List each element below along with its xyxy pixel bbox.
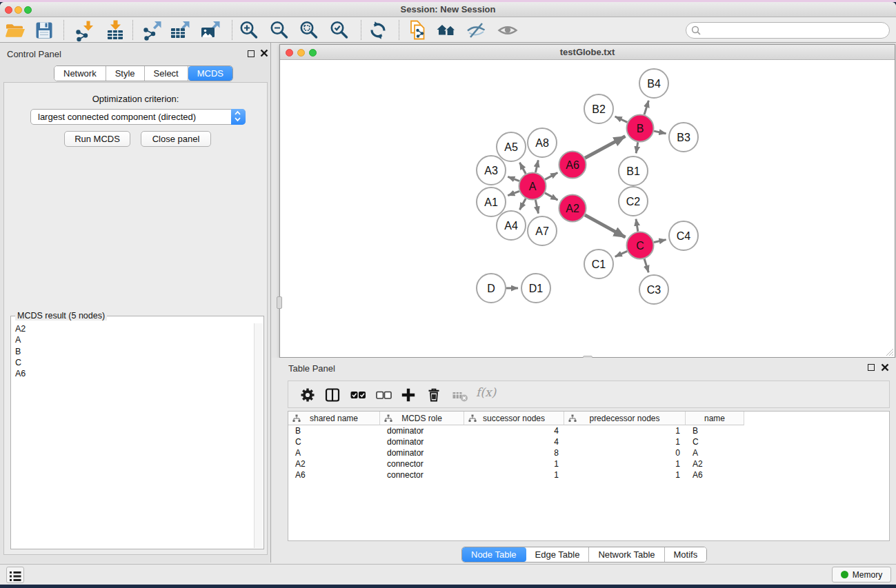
resize-grip-icon[interactable] <box>884 347 894 356</box>
maximize-network-button[interactable] <box>309 49 317 57</box>
table-cell[interactable]: C <box>288 436 380 447</box>
table-cell[interactable]: A <box>686 447 744 458</box>
column-header[interactable]: shared name <box>288 412 380 425</box>
result-item[interactable]: B <box>15 346 253 357</box>
export-image-icon[interactable] <box>199 19 222 42</box>
column-header[interactable]: name <box>686 412 744 425</box>
result-item[interactable]: C <box>15 357 253 368</box>
minimize-window-button[interactable] <box>14 6 22 14</box>
zoom-fit-icon[interactable] <box>297 19 321 42</box>
new-network-icon[interactable] <box>406 19 429 42</box>
zoom-out-icon[interactable] <box>268 19 291 42</box>
graph-edge-A-A6[interactable] <box>545 173 557 180</box>
table-cell[interactable]: A6 <box>288 469 380 480</box>
tab-select[interactable]: Select <box>145 66 188 81</box>
open-session-icon[interactable] <box>3 19 27 42</box>
graph-edge-A-A7[interactable] <box>535 200 538 214</box>
network-graph[interactable]: AA1A2A3A4A5A6A7A8BB1B2B3B4CC1C2C3C4DD1 <box>280 60 895 357</box>
tab-mcds[interactable]: MCDS <box>188 66 232 81</box>
criterion-dropdown[interactable]: largest connected component (directed) <box>30 109 246 125</box>
table-cell[interactable]: 1 <box>464 458 564 469</box>
table-cell[interactable]: B <box>288 425 380 436</box>
graph-edge-B-B4[interactable] <box>644 101 648 115</box>
table-cell[interactable]: A2 <box>686 458 744 469</box>
table-cell[interactable]: A6 <box>686 469 744 480</box>
graph-edge-C-C1[interactable] <box>615 251 628 256</box>
table-cell[interactable]: 1 <box>564 469 686 480</box>
table-row[interactable]: A2connector11A2 <box>288 458 889 469</box>
search-input[interactable] <box>686 22 890 39</box>
table-row[interactable]: Adominator80A <box>288 447 889 458</box>
zoom-in-icon[interactable] <box>237 19 261 42</box>
float-panel-icon[interactable] <box>248 50 255 57</box>
table-cell[interactable]: 1 <box>564 458 686 469</box>
export-network-icon[interactable] <box>140 19 163 42</box>
tab-motifs[interactable]: Motifs <box>665 547 707 562</box>
memory-button[interactable]: Memory <box>832 567 891 582</box>
graph-edge-A-A8[interactable] <box>535 160 538 172</box>
save-session-icon[interactable] <box>32 19 56 42</box>
float-table-panel-icon[interactable] <box>868 364 875 371</box>
deselect-all-icon[interactable] <box>375 386 392 404</box>
close-window-button[interactable] <box>5 6 12 14</box>
table-cell[interactable]: 1 <box>564 425 686 436</box>
import-table-icon[interactable] <box>103 19 127 42</box>
gear-icon[interactable] <box>299 386 317 404</box>
graph-edge-B-B2[interactable] <box>615 116 628 122</box>
table-cell[interactable]: 1 <box>464 469 564 480</box>
import-network-icon[interactable] <box>72 19 96 42</box>
hide-details-icon[interactable] <box>464 19 488 42</box>
graph-edge-A-A1[interactable] <box>508 191 519 195</box>
graph-edge-C-C3[interactable] <box>644 259 648 273</box>
add-column-icon[interactable] <box>399 386 417 404</box>
table-cell[interactable]: connector <box>380 469 464 480</box>
table-cell[interactable]: 1 <box>564 436 686 447</box>
table-cell[interactable]: 4 <box>464 436 564 447</box>
show-details-icon[interactable] <box>496 19 519 42</box>
result-item[interactable]: A <box>15 334 253 345</box>
graph-edge-A6-B[interactable] <box>585 136 625 159</box>
tab-network[interactable]: Network <box>54 66 106 81</box>
table-cell[interactable]: 8 <box>464 447 564 458</box>
graph-edge-C-C2[interactable] <box>636 219 638 232</box>
close-table-panel-icon[interactable] <box>881 363 889 372</box>
column-header[interactable]: MCDS role <box>380 412 464 425</box>
function-builder-icon[interactable]: f(x) <box>476 385 496 399</box>
table-cell[interactable]: 0 <box>564 447 686 458</box>
graph-edge-A2-C[interactable] <box>585 215 626 237</box>
tab-edge-table[interactable]: Edge Table <box>526 547 590 562</box>
graph-edge-A-A5[interactable] <box>519 163 526 174</box>
panel-divider-handle[interactable] <box>277 296 282 309</box>
table-row[interactable]: A6connector11A6 <box>288 469 889 480</box>
split-panel-icon[interactable] <box>323 386 341 404</box>
delete-table-icon[interactable] <box>451 386 469 404</box>
table-cell[interactable]: A2 <box>288 458 380 469</box>
minimize-network-button[interactable] <box>297 49 305 57</box>
column-header[interactable]: predecessor nodes <box>564 412 686 425</box>
table-cell[interactable]: 4 <box>464 425 564 436</box>
home-icon[interactable] <box>435 19 458 42</box>
tab-style[interactable]: Style <box>106 66 145 81</box>
graph-edge-B-B3[interactable] <box>654 131 666 134</box>
table-cell[interactable]: A <box>288 447 380 458</box>
close-panel-icon[interactable] <box>260 49 268 57</box>
table-row[interactable]: Bdominator41B <box>288 425 889 436</box>
mcds-result-list[interactable]: A2ABCA6 <box>12 323 253 547</box>
graph-edge-C-C4[interactable] <box>654 240 666 243</box>
close-panel-button[interactable]: Close panel <box>141 131 211 147</box>
table-cell[interactable]: C <box>686 436 744 447</box>
table-cell[interactable]: dominator <box>380 425 464 436</box>
task-history-button[interactable] <box>6 567 24 583</box>
close-network-button[interactable] <box>286 49 293 57</box>
zoom-selected-icon[interactable] <box>328 19 351 42</box>
run-mcds-button[interactable]: Run MCDS <box>64 131 130 147</box>
graph-edge-A-A3[interactable] <box>508 176 519 181</box>
table-cell[interactable]: connector <box>380 458 464 469</box>
graph-edge-A-A2[interactable] <box>545 193 558 200</box>
delete-selected-icon[interactable] <box>425 386 443 404</box>
table-cell[interactable]: dominator <box>380 436 464 447</box>
table-cell[interactable]: B <box>686 425 744 436</box>
export-table-icon[interactable] <box>168 19 192 42</box>
graph-edge-B-B1[interactable] <box>636 142 638 153</box>
column-header[interactable]: successor nodes <box>464 412 564 425</box>
